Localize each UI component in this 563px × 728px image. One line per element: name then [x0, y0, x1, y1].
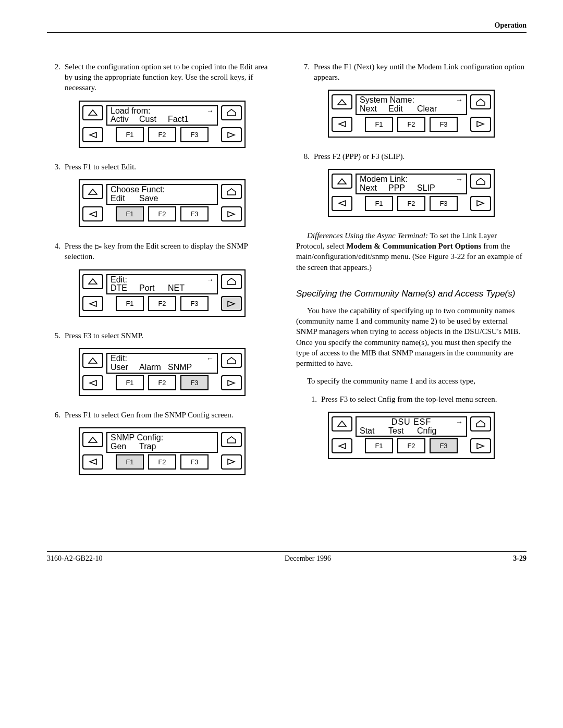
up-button[interactable]	[82, 184, 103, 199]
lcd-option	[168, 442, 197, 451]
lcd-panel-system-name: System Name: → Next Edit Clear F1 F2 F3	[328, 90, 495, 138]
up-button[interactable]	[82, 105, 103, 120]
f3-key[interactable]: F3	[180, 375, 209, 390]
home-button[interactable]	[221, 184, 242, 199]
home-icon	[226, 278, 237, 285]
svg-marker-23	[339, 121, 346, 127]
right-button[interactable]	[470, 117, 491, 132]
triangle-up-icon	[337, 99, 347, 105]
home-button[interactable]	[221, 274, 242, 289]
home-button[interactable]	[221, 353, 242, 368]
step-text: Press F2 (PPP) or F3 (SLIP).	[314, 151, 527, 162]
arrow-right-icon: →	[456, 96, 463, 104]
lcd-screen: Load from: → Activ Cust Fact1	[106, 105, 218, 126]
left-button[interactable]	[332, 196, 352, 211]
left-column: 2. Select the configuration option set t…	[47, 61, 277, 489]
body-paragraph-1: You have the capability of specifying up…	[296, 305, 527, 369]
lcd-option: Cnfig	[417, 427, 446, 436]
f1-key[interactable]: F1	[365, 117, 393, 132]
f3-key[interactable]: F3	[430, 117, 458, 132]
f3-key[interactable]: F3	[180, 454, 209, 470]
f1-key[interactable]: F1	[365, 196, 393, 211]
f2-key[interactable]: F2	[397, 438, 425, 453]
up-button[interactable]	[82, 432, 103, 447]
right-button[interactable]	[470, 196, 491, 211]
lcd-option: Gen	[111, 442, 139, 451]
arrow-right-icon: →	[206, 107, 214, 115]
f1-key[interactable]: F1	[116, 296, 144, 311]
left-button[interactable]	[82, 296, 103, 311]
f3-key[interactable]: F3	[430, 438, 458, 453]
svg-marker-2	[90, 132, 96, 138]
lcd-screen: Edit: → DTE Port NET	[106, 274, 218, 295]
arrow-right-icon: →	[206, 276, 214, 284]
left-button[interactable]	[82, 127, 103, 142]
right-button[interactable]	[221, 206, 242, 221]
arrow-left-icon: ←	[206, 355, 214, 363]
left-button[interactable]	[82, 454, 103, 470]
arrow-right-icon: →	[456, 418, 463, 426]
f2-key[interactable]: F2	[397, 117, 425, 132]
up-button[interactable]	[82, 274, 103, 289]
right-button[interactable]	[221, 127, 242, 142]
right-button[interactable]	[221, 296, 242, 311]
triangle-right-icon	[476, 121, 485, 127]
lcd-panel-dsu-esf: DSU ESF → Stat Test Cnfig F1 F2 F3	[328, 412, 495, 460]
left-button[interactable]	[82, 206, 103, 221]
lcd-option	[168, 194, 197, 203]
step-text: Press F3 to select SNMP.	[65, 330, 277, 341]
lcd-option: Test	[388, 427, 417, 436]
content-columns: 2. Select the configuration option set t…	[47, 61, 527, 489]
lcd-title: Load from:	[111, 107, 214, 116]
left-button[interactable]	[332, 438, 352, 453]
home-button[interactable]	[470, 416, 491, 431]
home-icon	[475, 98, 486, 106]
right-button[interactable]	[221, 454, 242, 470]
lcd-title: Edit:	[111, 276, 214, 285]
home-button[interactable]	[470, 174, 491, 189]
lcd-option: PPP	[388, 184, 417, 193]
f3-key[interactable]: F3	[180, 127, 209, 142]
f1-key[interactable]: F1	[116, 375, 144, 390]
right-button[interactable]	[470, 438, 491, 453]
lcd-option: Fact1	[168, 115, 197, 124]
f2-key[interactable]: F2	[148, 375, 176, 390]
f3-key[interactable]: F3	[180, 296, 209, 311]
home-button[interactable]	[221, 105, 242, 120]
lcd-panel-edit-user: Edit: ← User Alarm SNMP F1 F2 F3	[79, 348, 246, 396]
f2-key[interactable]: F2	[397, 196, 425, 211]
right-button[interactable]	[221, 375, 242, 390]
footer-doc-id: 3160-A2-GB22-10	[47, 554, 103, 564]
triangle-right-icon	[476, 200, 485, 206]
lcd-option: DTE	[111, 284, 139, 293]
step-r1: 1. Press F3 to select Cnfig from the top…	[303, 394, 527, 404]
left-button[interactable]	[82, 375, 103, 390]
lcd-screen: SNMP Config: Gen Trap	[106, 432, 218, 453]
f1-key[interactable]: F1	[116, 206, 144, 221]
f1-key[interactable]: F1	[365, 438, 393, 453]
svg-marker-29	[338, 421, 346, 426]
lcd-screen: DSU ESF → Stat Test Cnfig	[356, 416, 467, 437]
f2-key[interactable]: F2	[148, 206, 176, 221]
svg-marker-24	[477, 121, 484, 127]
home-icon	[226, 436, 237, 443]
f1-key[interactable]: F1	[116, 127, 144, 142]
up-button[interactable]	[332, 174, 352, 189]
up-button[interactable]	[332, 94, 352, 109]
home-button[interactable]	[470, 94, 491, 109]
f2-key[interactable]: F2	[148, 127, 176, 142]
f2-key[interactable]: F2	[148, 454, 176, 470]
left-button[interactable]	[332, 117, 352, 132]
lcd-option: Clear	[417, 105, 446, 114]
f3-key[interactable]: F3	[430, 196, 458, 211]
differences-paragraph: Differences Using the Async Terminal: To…	[296, 230, 527, 273]
home-button[interactable]	[221, 432, 242, 447]
f1-key[interactable]: F1	[116, 454, 144, 470]
up-button[interactable]	[82, 353, 103, 368]
lcd-option: Edit	[388, 105, 417, 114]
diff-bold: Modem & Communication Port Options	[346, 242, 481, 250]
up-button[interactable]	[332, 416, 352, 431]
f3-key[interactable]: F3	[180, 206, 209, 221]
lcd-option: SLIP	[417, 184, 446, 193]
f2-key[interactable]: F2	[148, 296, 176, 311]
